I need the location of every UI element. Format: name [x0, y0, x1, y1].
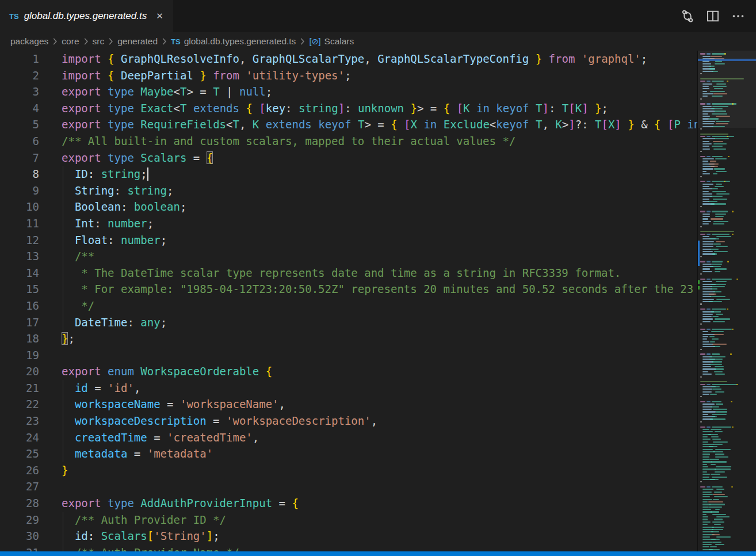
- line-number[interactable]: 20: [0, 363, 39, 380]
- line-number[interactable]: 6: [0, 133, 39, 150]
- line-number[interactable]: 10: [0, 199, 39, 215]
- more-actions-icon[interactable]: [730, 7, 747, 25]
- line-number[interactable]: 16: [0, 298, 39, 314]
- code-line[interactable]: export type AddAuthProviderInput = {: [62, 495, 697, 512]
- code-line[interactable]: Int: number;: [62, 215, 697, 232]
- tab-close-icon[interactable]: ✕: [154, 10, 165, 22]
- code-line[interactable]: export type RequireFields<T, K extends k…: [62, 116, 697, 133]
- code-line[interactable]: [62, 478, 697, 495]
- code-line[interactable]: export type Exact<T extends { [key: stri…: [62, 100, 697, 117]
- line-number[interactable]: 8: [0, 166, 39, 182]
- line-number[interactable]: 22: [0, 396, 39, 413]
- code-line[interactable]: id = 'id',: [62, 380, 697, 397]
- line-number[interactable]: 11: [0, 215, 39, 232]
- chevron-right-icon: [300, 37, 305, 45]
- chevron-right-icon: [52, 37, 58, 45]
- code-line[interactable]: ID: string;: [62, 166, 697, 182]
- line-number[interactable]: 5: [0, 116, 39, 133]
- code-lines[interactable]: import { GraphQLResolveInfo, GraphQLScal…: [39, 51, 697, 551]
- line-number[interactable]: 3: [0, 83, 39, 100]
- line-number[interactable]: 27: [0, 478, 39, 495]
- line-number[interactable]: 23: [0, 413, 39, 429]
- code-line[interactable]: DateTime: any;: [62, 314, 697, 331]
- breadcrumb-item-generated[interactable]: generated: [117, 36, 158, 47]
- code-line[interactable]: import { DeepPartial } from 'utility-typ…: [62, 67, 697, 84]
- line-number[interactable]: 19: [0, 347, 39, 364]
- line-number[interactable]: 7: [0, 150, 39, 166]
- breadcrumb-item-packages[interactable]: packages: [10, 36, 48, 47]
- code-line[interactable]: * For example: "1985-04-12T23:20:50.52Z"…: [62, 281, 697, 298]
- vscode-window: TS global.db.types.generated.ts ✕: [0, 0, 756, 556]
- minimap[interactable]: [697, 51, 756, 551]
- line-number[interactable]: 18: [0, 330, 39, 347]
- breadcrumb-item-symbol-scalars[interactable]: [⊘] Scalars: [309, 36, 354, 47]
- line-number[interactable]: 12: [0, 232, 39, 249]
- tab-global-db-types[interactable]: TS global.db.types.generated.ts ✕: [0, 0, 173, 32]
- minimap-change-decoration: [698, 286, 700, 290]
- line-number-gutter: 1234567891011121314151617181920212223242…: [0, 51, 39, 551]
- code-line[interactable]: }: [62, 462, 697, 479]
- code-line[interactable]: /**: [62, 248, 697, 265]
- editor-tab-bar: TS global.db.types.generated.ts ✕: [0, 0, 756, 32]
- minimap-slider[interactable]: [698, 51, 756, 128]
- code-line[interactable]: * The DateTime scalar type represents da…: [62, 265, 697, 281]
- status-bar: [0, 551, 756, 556]
- line-number[interactable]: 9: [0, 182, 39, 199]
- code-line[interactable]: metadata = 'metadata': [62, 445, 697, 462]
- minimap-change-decoration: [698, 280, 700, 284]
- code-line[interactable]: */: [62, 298, 697, 314]
- code-line[interactable]: Float: number;: [62, 232, 697, 249]
- breadcrumb-file-label: global.db.types.generated.ts: [184, 36, 296, 47]
- indent-guide: [63, 380, 63, 462]
- open-changes-icon[interactable]: [679, 7, 696, 25]
- text-cursor: [147, 167, 148, 181]
- line-number[interactable]: 28: [0, 495, 39, 512]
- code-line[interactable]: id: Scalars['String'];: [62, 528, 697, 544]
- line-number[interactable]: 17: [0, 314, 39, 331]
- code-line[interactable]: workspaceName = 'workspaceName',: [62, 396, 697, 413]
- tab-label: global.db.types.generated.ts: [24, 10, 147, 22]
- symbol-type-icon: [⊘]: [309, 37, 320, 46]
- line-number[interactable]: 29: [0, 512, 39, 528]
- code-line[interactable]: };: [62, 330, 697, 347]
- code-editor[interactable]: 1234567891011121314151617181920212223242…: [0, 51, 697, 551]
- code-line[interactable]: import { GraphQLResolveInfo, GraphQLScal…: [62, 51, 697, 67]
- typescript-file-icon: TS: [171, 37, 181, 46]
- breadcrumb-symbol-label: Scalars: [324, 36, 354, 47]
- line-number[interactable]: 1: [0, 51, 39, 67]
- code-line[interactable]: export enum WorkspaceOrderable {: [62, 363, 697, 380]
- line-number[interactable]: 31: [0, 544, 39, 551]
- line-number[interactable]: 4: [0, 100, 39, 117]
- minimap-change-decoration: [698, 241, 700, 266]
- editor-actions: [679, 0, 756, 32]
- code-line[interactable]: createdTime = 'createdTime',: [62, 429, 697, 446]
- code-line[interactable]: Boolean: boolean;: [62, 199, 697, 215]
- code-line[interactable]: /** All built-in and custom scalars, map…: [62, 133, 697, 150]
- code-line[interactable]: /** Auth Provider ID */: [62, 512, 697, 528]
- indent-guide: [63, 166, 63, 330]
- line-number[interactable]: 25: [0, 445, 39, 462]
- split-editor-icon[interactable]: [704, 7, 721, 25]
- line-number[interactable]: 2: [0, 67, 39, 84]
- breadcrumb-item-core[interactable]: core: [62, 36, 79, 47]
- code-line[interactable]: workspaceDescription = 'workspaceDescrip…: [62, 413, 697, 429]
- line-number[interactable]: 21: [0, 380, 39, 397]
- indent-guide: [63, 512, 63, 551]
- line-number[interactable]: 24: [0, 429, 39, 446]
- chevron-right-icon: [162, 37, 167, 45]
- line-number[interactable]: 13: [0, 248, 39, 265]
- code-line[interactable]: [62, 347, 697, 364]
- breadcrumb-item-src[interactable]: src: [93, 36, 105, 47]
- typescript-file-icon: TS: [9, 12, 19, 21]
- minimap-cursor-line: [698, 59, 756, 61]
- code-line[interactable]: /** Auth Provider Name */: [62, 544, 697, 551]
- line-number[interactable]: 14: [0, 265, 39, 281]
- line-number[interactable]: 15: [0, 281, 39, 298]
- line-number[interactable]: 30: [0, 528, 39, 544]
- code-line[interactable]: export type Scalars = {: [62, 150, 697, 166]
- breadcrumb-item-file[interactable]: TS global.db.types.generated.ts: [171, 36, 296, 47]
- code-line[interactable]: String: string;: [62, 182, 697, 199]
- line-number[interactable]: 26: [0, 462, 39, 479]
- chevron-right-icon: [83, 37, 89, 45]
- code-line[interactable]: export type Maybe<T> = T | null;: [62, 83, 697, 100]
